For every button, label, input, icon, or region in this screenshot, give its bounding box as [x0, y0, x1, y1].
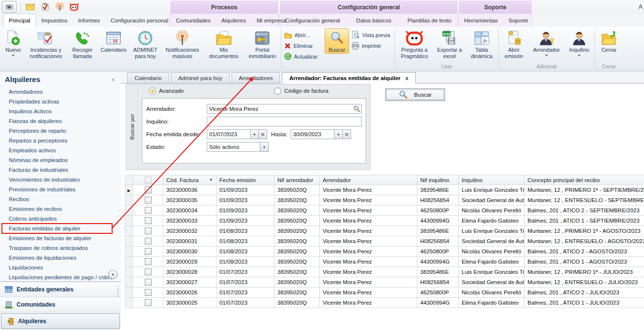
tab-alquileres[interactable]: Alquileres — [216, 14, 252, 27]
sidebar-item[interactable]: Vencimientos de industriales — [0, 175, 121, 185]
tab-configuracion-personal[interactable]: Configuración personal — [105, 14, 174, 27]
sidebar-item[interactable]: Cobros anticipados — [0, 214, 121, 224]
adminet-hoy-button[interactable]: ADMINET para hoy — [129, 28, 161, 60]
buscar-ribbon-button[interactable]: Buscar — [325, 28, 349, 54]
vista-previa-button[interactable]: Vista previa — [349, 30, 394, 40]
tab-informes[interactable]: Informes — [73, 14, 105, 27]
doc-tab-arrendadores[interactable]: Arrendadores — [232, 72, 280, 83]
mail-button[interactable] — [25, 1, 36, 12]
tab-principal[interactable]: Principal — [3, 14, 36, 27]
hasta-input[interactable] — [291, 129, 334, 139]
close-tab-icon[interactable]: x — [406, 75, 409, 81]
exportar-excel-button[interactable]: XLSX Exportar a excel — [433, 28, 466, 60]
radio-codigo-factura[interactable]: Código de factura — [274, 87, 329, 95]
sidebar-item[interactable]: Facturas emitidas de alquiler — [0, 224, 121, 233]
hasta-dropdown[interactable]: ▼ — [334, 129, 343, 139]
cerrar-button[interactable]: Cerrar — [595, 28, 623, 54]
fecha-desde-input[interactable] — [207, 129, 251, 139]
column-header[interactable]: Nif arrendador — [274, 175, 320, 185]
column-header[interactable]: Nif inquilino — [417, 175, 459, 185]
sidebar-item[interactable]: Liquidaciones pendientes de pago / cobro — [0, 272, 121, 282]
sidebar-item[interactable]: Facturas de industriales — [0, 165, 121, 175]
table-row[interactable]: 302300002701/07/202338395020QVicente Mor… — [125, 277, 644, 288]
table-row[interactable]: 302300003101/08/202338395020QVicente Mor… — [125, 236, 644, 247]
hasta-clear-icon[interactable]: ✕ — [343, 129, 351, 139]
sidebar-item[interactable]: Inquilinos Activos — [0, 106, 121, 116]
sidebar-item[interactable]: Liquidaciones — [0, 263, 121, 272]
sidebar-item[interactable]: Recibos — [0, 194, 121, 204]
doc-tab-calendario[interactable]: Calendario — [127, 72, 169, 83]
tasks-button[interactable] — [39, 1, 50, 12]
section-entidades-generales[interactable]: Entidades generales — [0, 282, 121, 297]
row-checkbox[interactable] — [145, 186, 152, 193]
tab-comunidades[interactable]: Comunidades — [171, 14, 216, 27]
table-row[interactable]: 302300002901/08/202338395020QVicente Mor… — [125, 257, 644, 267]
robot-button[interactable] — [69, 1, 79, 12]
tab-soporte[interactable]: Soporte — [503, 14, 533, 27]
arrendador-input[interactable] — [207, 104, 362, 114]
row-checkbox[interactable] — [145, 268, 152, 275]
phone-quick-button[interactable] — [2, 1, 17, 13]
tab-plantillas[interactable]: Plantillas de texto — [402, 14, 457, 27]
actualizar-button[interactable]: Actualizar — [282, 51, 325, 62]
estado-select[interactable]: Sólo activos — [207, 142, 260, 152]
sidebar-item[interactable]: Nóminas de empleados — [0, 155, 121, 165]
row-checkbox[interactable] — [145, 217, 152, 224]
section-comunidades[interactable]: Comunidades — [0, 297, 121, 312]
table-row[interactable]: 302300002601/07/202338395020QVicente Mor… — [125, 288, 644, 298]
sidebar-scroll-down-button[interactable]: ▼ — [108, 270, 117, 279]
row-checkbox[interactable] — [145, 279, 152, 286]
tab-configuracion-general[interactable]: Configuración general — [280, 14, 346, 27]
row-checkbox[interactable] — [145, 299, 152, 306]
recoger-llamada-button[interactable]: Recoger llamada — [67, 28, 98, 60]
row-checkbox[interactable] — [145, 248, 152, 255]
broadcast-button[interactable] — [54, 1, 65, 12]
portal-inmobiliario-button[interactable]: Portal inmobiliario — [244, 28, 280, 60]
select-all-checkbox[interactable] — [145, 177, 152, 184]
incidencias-button[interactable]: Incidencias y notificaciones — [25, 28, 67, 60]
fecha-desde-clear-icon[interactable]: ✕ — [259, 129, 267, 139]
sidebar-item[interactable]: Empleados activos — [0, 145, 121, 155]
column-header[interactable]: Concepto principal del recibo — [525, 175, 644, 185]
table-row[interactable]: ▶302300003601/09/202338395020QVicente Mo… — [125, 185, 644, 195]
nuevo-button[interactable]: Nuevo — [1, 28, 25, 58]
abrir-button[interactable]: Abrir... — [282, 30, 325, 40]
column-header[interactable]: Inquilino — [459, 175, 525, 185]
row-checkbox[interactable] — [145, 238, 152, 245]
section-alquileres[interactable]: Alquileres — [1, 313, 120, 329]
doc-tab-adminet[interactable]: Adminet para hoy — [171, 72, 230, 83]
splitter-handle[interactable] — [117, 286, 118, 298]
tab-herramientas[interactable]: Herramientas — [459, 14, 503, 27]
fecha-desde-dropdown[interactable]: ▼ — [251, 129, 259, 139]
tab-impuestos[interactable]: Impuestos — [36, 14, 73, 27]
sidebar-item[interactable]: Emisiones de recibos — [0, 204, 121, 214]
table-row[interactable]: 302300003001/08/202338395020QVicente Mor… — [125, 247, 644, 257]
collapse-sidebar-button[interactable]: ‹ — [112, 76, 121, 83]
table-row[interactable]: 302300003501/09/202338395020QVicente Mor… — [125, 195, 644, 206]
sidebar-item[interactable]: Emisiones de liquidaciones — [0, 253, 121, 263]
column-header[interactable]: Fecha emisión — [216, 175, 274, 185]
radio-avanzado[interactable]: Avanzado — [149, 87, 184, 95]
notificaciones-masivas-button[interactable]: Notificaciones masivas — [161, 28, 203, 60]
tab-datos-basicos[interactable]: Datos básicos — [351, 14, 397, 27]
sidebar-item[interactable]: Arrendadores — [0, 87, 121, 97]
inquilino-input[interactable] — [207, 117, 362, 126]
table-row[interactable]: 302300003201/08/202338395020QVicente Mor… — [125, 226, 644, 236]
column-header[interactable]: Arrendador — [320, 175, 417, 185]
calendario-button[interactable]: Calendario — [98, 28, 129, 54]
tabla-dinamica-button[interactable]: fx Tabla dinámica — [466, 28, 498, 60]
row-checkbox[interactable] — [145, 197, 152, 204]
mis-documentos-button[interactable]: Mis documentos — [203, 28, 244, 60]
doc-tab-facturas-emitidas[interactable]: Arrendador: Facturas emitidas de alquile… — [282, 72, 415, 83]
sidebar-item[interactable]: Previsiones de industriales — [0, 185, 121, 194]
table-row[interactable]: 302300003301/09/202338395020QVicente Mor… — [125, 216, 644, 226]
table-row[interactable]: 302300002501/07/202338395020QVicente Mor… — [125, 298, 644, 308]
abrir-emision-button[interactable]: Abrir emisión — [499, 28, 528, 60]
arrendador-button[interactable]: Arrendador — [528, 28, 565, 58]
imprimir-button[interactable]: Imprimir — [349, 41, 394, 51]
sidebar-item[interactable]: Traspaso de cobros anticipados — [0, 243, 121, 253]
table-row[interactable]: 302300003401/09/202338395020QVicente Mor… — [125, 206, 644, 216]
row-checkbox[interactable] — [145, 258, 152, 265]
pregunta-pragmatico-button[interactable]: Pregunta a Pragmático — [395, 28, 433, 60]
row-checkbox[interactable] — [145, 289, 152, 296]
